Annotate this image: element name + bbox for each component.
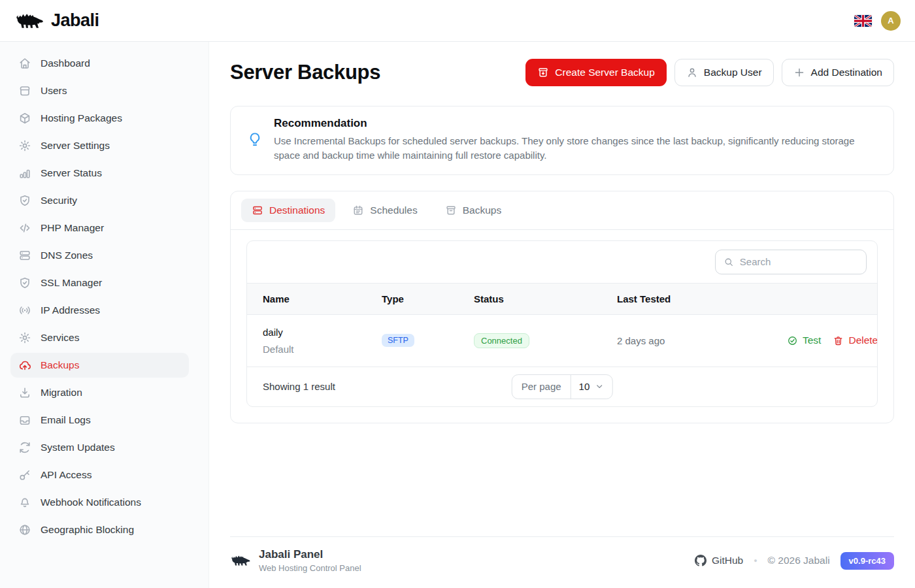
trash-icon <box>833 335 844 346</box>
button-label: Backup User <box>704 67 762 78</box>
footer-brand-text: Jabali Panel Web Hosting Control Panel <box>259 548 361 573</box>
cell-status: Connected <box>458 321 601 360</box>
sidebar-item-system-updates[interactable]: System Updates <box>10 435 189 460</box>
sidebar-label: Dashboard <box>41 57 90 69</box>
broadcast-icon <box>18 304 31 317</box>
sidebar-item-geographic-blocking[interactable]: Geographic Blocking <box>10 517 189 542</box>
globe-icon <box>18 523 31 536</box>
test-action-link[interactable]: Test <box>787 335 821 346</box>
cell-last-tested: 2 days ago <box>601 323 771 358</box>
sidebar-label: Users <box>41 85 67 97</box>
github-link[interactable]: GitHub <box>695 555 743 566</box>
sidebar-item-services[interactable]: Services <box>10 325 189 350</box>
gear-icon <box>18 331 31 344</box>
sidebar-item-webhook-notifications[interactable]: Webhook Notifications <box>10 490 189 515</box>
sidebar-label: SSL Manager <box>41 277 102 289</box>
sidebar-item-security[interactable]: Security <box>10 188 189 213</box>
sidebar-item-server-settings[interactable]: Server Settings <box>10 133 189 158</box>
action-label: Test <box>803 335 821 346</box>
page-actions: Create Server Backup Backup User Add Des… <box>525 59 894 86</box>
user-avatar[interactable]: A <box>881 11 901 31</box>
download-icon <box>18 386 31 399</box>
chevron-down-icon <box>594 382 604 391</box>
sidebar-label: Server Status <box>41 167 102 179</box>
sidebar-label: API Access <box>41 469 92 481</box>
per-page-label: Per page <box>512 375 571 399</box>
sidebar-label: Webhook Notifications <box>41 497 141 508</box>
sidebar-item-hosting-packages[interactable]: Hosting Packages <box>10 106 189 131</box>
column-header-name: Name <box>247 284 366 314</box>
cell-type: SFTP <box>366 322 458 359</box>
backup-user-button[interactable]: Backup User <box>674 59 774 86</box>
column-header-last-tested: Last Tested <box>601 284 771 314</box>
shield-check-icon <box>18 276 31 289</box>
search-input[interactable] <box>740 256 858 267</box>
tab-backups[interactable]: Backups <box>435 199 512 222</box>
page-footer: Jabali Panel Web Hosting Control Panel G… <box>230 536 894 588</box>
tab-label: Backups <box>463 204 501 216</box>
sidebar-item-dns-zones[interactable]: DNS Zones <box>10 243 189 268</box>
boar-logo-icon <box>14 10 44 31</box>
sidebar-item-php-manager[interactable]: PHP Manager <box>10 216 189 240</box>
delete-action-link[interactable]: Delete <box>833 335 878 346</box>
user-icon <box>686 67 698 78</box>
tab-label: Destinations <box>269 204 325 216</box>
cell-actions: Test Delete <box>771 323 878 358</box>
search-row <box>247 241 877 283</box>
key-icon <box>18 468 31 482</box>
sidebar-item-ip-addresses[interactable]: IP Addresses <box>10 298 189 323</box>
version-badge: v0.9-rc43 <box>840 552 894 570</box>
gear-icon <box>18 139 31 152</box>
shield-check-icon <box>18 194 31 207</box>
destination-name: daily <box>263 327 350 338</box>
tab-schedules[interactable]: Schedules <box>342 199 427 222</box>
recommendation-content: Recommendation Use Incremental Backups f… <box>274 117 875 163</box>
page-title: Server Backups <box>230 61 380 84</box>
dot-separator: ● <box>754 557 757 564</box>
sidebar-item-backups[interactable]: Backups <box>10 353 189 378</box>
brand-name: Jabali <box>51 10 99 31</box>
search-box[interactable] <box>715 250 867 274</box>
tab-label: Schedules <box>370 204 417 216</box>
sidebar-label: IP Addresses <box>41 304 100 316</box>
package-icon <box>18 112 31 125</box>
sidebar-item-api-access[interactable]: API Access <box>10 463 189 487</box>
recommendation-title: Recommendation <box>274 117 875 130</box>
per-page-select[interactable]: 10 <box>571 375 612 399</box>
lightbulb-icon <box>246 131 263 148</box>
sidebar-item-dashboard[interactable]: Dashboard <box>10 51 189 76</box>
sidebar-item-users[interactable]: Users <box>10 78 189 103</box>
app-window: Jabali A Dashboard Users <box>0 0 915 588</box>
create-server-backup-button[interactable]: Create Server Backup <box>525 59 667 86</box>
calendar-icon <box>352 204 364 216</box>
header-right: A <box>854 11 901 31</box>
bar-chart-icon <box>18 167 31 180</box>
per-page-control: Per page 10 <box>512 374 613 399</box>
tab-bar: Destinations Schedules Backups <box>231 191 893 230</box>
check-circle-icon <box>787 335 798 346</box>
home-icon <box>18 57 31 70</box>
add-destination-button[interactable]: Add Destination <box>782 59 894 86</box>
sidebar-label: Email Logs <box>41 414 91 426</box>
bell-icon <box>18 496 31 509</box>
users-box-icon <box>18 84 31 97</box>
plus-icon <box>793 67 805 78</box>
sidebar-label: Geographic Blocking <box>41 524 134 536</box>
archive-icon <box>445 204 457 216</box>
tab-destinations[interactable]: Destinations <box>241 199 335 222</box>
server-stack-icon <box>18 249 31 262</box>
language-flag-uk[interactable] <box>854 15 872 27</box>
page-head: Server Backups Create Server Backup Back… <box>230 59 894 86</box>
brand-logo[interactable]: Jabali <box>14 10 99 31</box>
sidebar-item-ssl-manager[interactable]: SSL Manager <box>10 270 189 295</box>
column-header-type: Type <box>366 284 458 314</box>
refresh-icon <box>18 441 31 454</box>
sidebar-item-server-status[interactable]: Server Status <box>10 161 189 186</box>
column-header-status: Status <box>458 284 601 314</box>
sidebar-item-migration[interactable]: Migration <box>10 380 189 405</box>
recommendation-card: Recommendation Use Incremental Backups f… <box>230 106 894 175</box>
status-badge: Connected <box>474 333 529 348</box>
sidebar-item-email-logs[interactable]: Email Logs <box>10 408 189 433</box>
copyright-text: © 2026 Jabali <box>768 555 830 566</box>
code-icon <box>18 221 31 235</box>
